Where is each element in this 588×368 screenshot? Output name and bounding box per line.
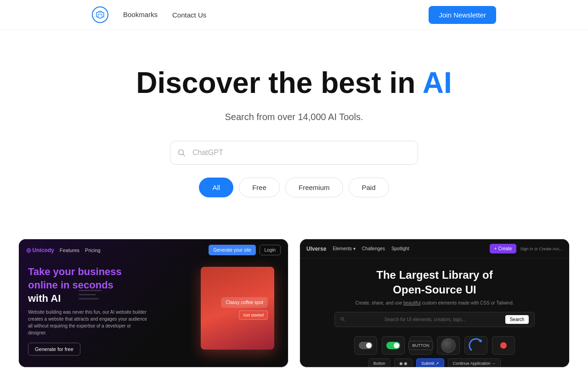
card-uiverse-description: Create, share, and use beautiful custom … xyxy=(309,300,560,305)
toggle-off-icon xyxy=(359,342,373,349)
search-container xyxy=(170,141,418,165)
card-uiverse: UIverse Elements ▾ Challenges Spotlight … xyxy=(300,239,570,368)
toggle-on-icon xyxy=(386,342,400,349)
card-unicody-topbar-right: Generate your site Login xyxy=(209,245,281,255)
logo-icon xyxy=(92,6,108,23)
card-uiverse-search: Search for UI elements, creators, tags..… xyxy=(334,312,535,327)
nav: Bookmarks xyxy=(123,11,158,19)
unicody-nav-features: Features xyxy=(60,247,79,253)
filter-buttons: All Free Freemium Paid xyxy=(199,178,389,197)
uiverse-headline-2: Open-Source UI xyxy=(309,282,560,297)
bottom-element-2: ◉ ◉ xyxy=(394,358,413,368)
card-unicody-description: Website building was never this fun, our… xyxy=(28,309,147,336)
card-uiverse-brand: UIverse Elements ▾ Challenges Spotlight xyxy=(306,246,409,252)
nav-contact-us[interactable]: Contact Us xyxy=(172,11,206,19)
unicody-generate-free-btn[interactable]: Generate for free xyxy=(28,343,80,356)
svg-point-3 xyxy=(341,317,344,320)
logo[interactable] xyxy=(92,6,108,23)
uiverse-nav-elements: Elements ▾ xyxy=(333,246,355,251)
bottom-element-1: Button xyxy=(368,358,390,368)
unicody-nav-pricing: Pricing xyxy=(85,247,101,253)
join-newsletter-button[interactable]: Join Newsletter xyxy=(429,6,496,24)
bottom-element-3: Submit ↗ xyxy=(416,358,444,368)
hero-title-ai: AI xyxy=(423,66,452,99)
element-toggle-off xyxy=(354,336,377,355)
card-unicody-content: ◎ Unicody Features Pricing Generate your… xyxy=(19,239,288,367)
card-uiverse-topbar: UIverse Elements ▾ Challenges Spotlight … xyxy=(300,239,569,259)
uiverse-headline-1: The Largest Library of xyxy=(309,268,560,282)
uiverse-elements-showcase: BUTTON xyxy=(309,336,560,355)
filter-paid-button[interactable]: Paid xyxy=(349,178,389,197)
svg-line-2 xyxy=(183,155,185,156)
unicody-headline-line2: online in seconds xyxy=(28,279,113,291)
uiverse-search-icon xyxy=(340,315,345,323)
card-uiverse-search-placeholder: Search for UI elements, creators, tags..… xyxy=(349,317,502,322)
element-button: BUTTON xyxy=(409,336,432,355)
uiverse-nav-challenges: Challenges xyxy=(362,246,385,251)
unicody-headline-line1: Take your business xyxy=(28,266,122,277)
bottom-element-4: Continue Application → xyxy=(448,358,501,368)
unicody-coffee-btn[interactable]: Get started xyxy=(239,310,268,320)
svg-point-1 xyxy=(179,150,184,155)
hero-title: Discover the best in AI xyxy=(136,67,452,99)
uiverse-bottom-row: Button ◉ ◉ Submit ↗ Continue Application… xyxy=(309,358,560,368)
element-red-dot xyxy=(492,336,515,355)
svg-point-5 xyxy=(479,339,482,342)
card-uiverse-topbar-right: + Create Sign In or Create Acc... xyxy=(490,244,563,253)
nav-bookmarks[interactable]: Bookmarks xyxy=(123,11,158,18)
svg-line-4 xyxy=(343,320,345,322)
element-arc xyxy=(464,336,487,355)
search-input[interactable] xyxy=(170,141,418,165)
lines-decoration xyxy=(79,290,102,299)
element-knob xyxy=(437,336,460,355)
unicody-coffee-label: Classy coffee spot xyxy=(221,297,268,308)
red-dot-icon xyxy=(500,342,507,349)
filter-freemium-button[interactable]: Freemium xyxy=(285,178,343,197)
search-icon xyxy=(177,149,186,157)
card-unicody-topbar: ◎ Unicody Features Pricing Generate your… xyxy=(19,239,288,261)
card-uiverse-body: The Largest Library of Open-Source UI Cr… xyxy=(300,259,569,368)
card-uiverse-headline: The Largest Library of Open-Source UI xyxy=(309,268,560,296)
uiverse-search-button[interactable]: Search xyxy=(505,315,529,324)
knob-icon xyxy=(441,338,456,353)
filter-free-button[interactable]: Free xyxy=(239,178,280,197)
card-unicody: ◎ Unicody Features Pricing Generate your… xyxy=(18,239,288,368)
card-unicody-brand: ◎ Unicody Features Pricing xyxy=(26,247,101,253)
unicody-headline-line3: with AI xyxy=(28,293,61,304)
unicody-generate-btn[interactable]: Generate your site xyxy=(209,245,255,255)
element-toggle-on xyxy=(382,336,405,355)
unicody-logo-icon: ◎ Unicody xyxy=(26,247,54,253)
uiverse-create-btn[interactable]: + Create xyxy=(490,244,517,253)
unicody-accent-card: Classy coffee spot Get started xyxy=(201,267,274,350)
unicody-login-btn[interactable]: Login xyxy=(260,245,281,255)
uiverse-signin-text: Sign In or Create Acc... xyxy=(520,247,563,251)
header: Bookmarks Contact Us Join Newsletter xyxy=(0,0,588,30)
hero-section: Discover the best in AI Search from over… xyxy=(0,30,588,239)
line-1 xyxy=(79,290,102,291)
filter-all-button[interactable]: All xyxy=(199,178,233,197)
hero-subtitle: Search from over 14,000 AI Tools. xyxy=(225,112,363,122)
line-2 xyxy=(79,294,96,295)
header-left: Bookmarks Contact Us xyxy=(92,6,206,23)
cards-grid: ◎ Unicody Features Pricing Generate your… xyxy=(0,239,588,368)
card-uiverse-content: UIverse Elements ▾ Challenges Spotlight … xyxy=(300,239,569,367)
uiverse-nav-spotlight: Spotlight xyxy=(391,246,409,251)
uiverse-brand-name: UIverse xyxy=(306,246,326,252)
line-3 xyxy=(79,298,99,299)
element-button-label: BUTTON xyxy=(408,341,434,350)
